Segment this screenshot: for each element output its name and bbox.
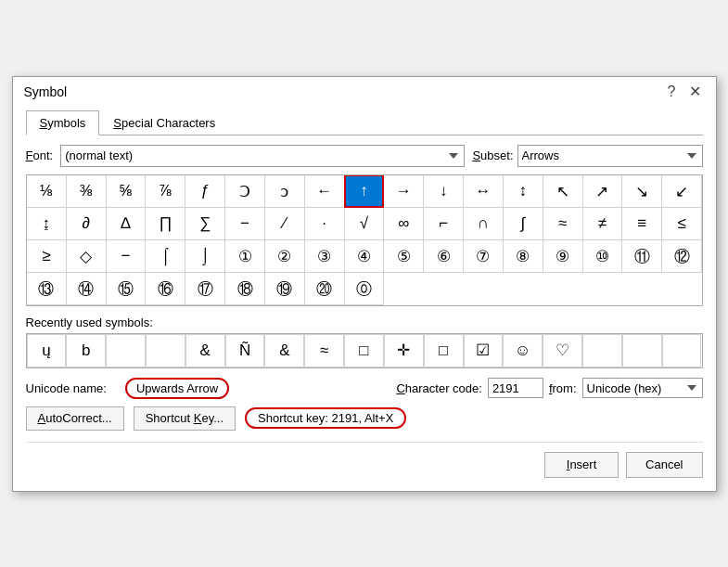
recently-used-cell[interactable]: [146, 334, 185, 367]
from-select[interactable]: Unicode (hex): [582, 378, 703, 398]
recently-used-cell[interactable]: &: [264, 334, 304, 367]
symbol-cell[interactable]: ≈: [543, 207, 583, 240]
recently-used-cell[interactable]: ☺: [503, 334, 543, 367]
symbol-cell[interactable]: ⑦: [463, 239, 504, 273]
symbol-cell[interactable]: ⑨: [543, 239, 583, 273]
symbol-cell[interactable]: ①: [224, 239, 265, 273]
symbol-cell[interactable]: ⑪: [621, 239, 662, 273]
symbol-cell[interactable]: ⑤: [383, 239, 424, 273]
symbol-cell[interactable]: ∆: [106, 207, 147, 240]
symbol-cell[interactable]: ⑫: [661, 239, 702, 273]
symbol-cell[interactable]: ⌐: [423, 207, 464, 240]
symbol-cell[interactable]: ⑮: [106, 272, 147, 305]
char-code-input[interactable]: [488, 378, 543, 398]
symbol-cell[interactable]: ∂: [66, 207, 107, 240]
recently-used-cell[interactable]: ♡: [543, 334, 582, 367]
symbol-cell[interactable]: ⑬: [26, 272, 67, 305]
symbol-cell[interactable]: ∩: [463, 207, 504, 240]
shortcut-key-button[interactable]: Shortcut Key...: [134, 406, 236, 431]
symbol-cell[interactable]: ∑: [185, 207, 225, 240]
symbol-cell[interactable]: →: [383, 174, 424, 208]
symbol-cell[interactable]: ⌡: [185, 239, 225, 273]
symbol-cell[interactable]: ⑱: [224, 272, 265, 305]
recently-used-label: Recently used symbols:: [26, 316, 703, 329]
symbol-cell[interactable]: ⑰: [185, 272, 225, 305]
symbol-cell[interactable]: ↙: [661, 174, 702, 208]
symbol-cell[interactable]: ∫: [503, 207, 543, 240]
recently-used-cell[interactable]: ✛: [384, 334, 424, 367]
symbol-cell[interactable]: ⓪: [344, 272, 385, 305]
symbol-cell[interactable]: ⌠: [145, 239, 185, 273]
symbol-cell[interactable]: −: [224, 207, 265, 240]
symbol-cell[interactable]: ◇: [66, 239, 107, 273]
symbol-cell[interactable]: ④: [344, 239, 385, 273]
symbol-cell[interactable]: Ɔ: [224, 174, 265, 208]
symbol-cell[interactable]: ↘: [621, 174, 662, 208]
tab-symbols-label: Symbols: [40, 116, 86, 130]
unicode-name-label: Unicode name:: [26, 381, 107, 395]
recently-used-cell[interactable]: b: [66, 334, 106, 367]
recently-used-cell[interactable]: [622, 334, 662, 367]
symbol-grid-container: ⅛⅜⅝⅞ƒƆɔ←↑→↓↔↕↖↗↘↙↨∂∆∏∑−∕·√∞⌐∩∫≈≠≡≤≥◇−⌠⌡①…: [26, 174, 703, 306]
symbol-cell[interactable]: ⑭: [66, 272, 107, 305]
symbol-cell[interactable]: ⅛: [26, 174, 67, 208]
symbol-cell[interactable]: √: [344, 207, 385, 240]
symbol-cell[interactable]: ↓: [423, 174, 464, 208]
symbol-cell[interactable]: ⑯: [145, 272, 185, 305]
recently-used-cell[interactable]: [582, 334, 622, 367]
symbol-dialog: Symbol ? ✕ Symbols Special Characters Fo…: [12, 76, 717, 492]
title-bar: Symbol ? ✕: [13, 77, 716, 103]
symbol-cell[interactable]: ↖: [543, 174, 583, 208]
symbol-cell[interactable]: ≥: [26, 239, 67, 273]
symbol-cell[interactable]: ↨: [26, 207, 67, 240]
symbol-cell[interactable]: −: [106, 239, 147, 273]
recently-used-cell[interactable]: ų: [27, 334, 67, 367]
symbol-cell[interactable]: ⑩: [582, 239, 623, 273]
symbol-cell[interactable]: ③: [304, 239, 345, 273]
symbol-cell[interactable]: ∕: [264, 207, 305, 240]
symbol-cell[interactable]: ②: [264, 239, 305, 273]
symbol-cell[interactable]: ⑥: [423, 239, 464, 273]
recently-used-cell[interactable]: Ñ: [225, 334, 265, 367]
recently-used-cell[interactable]: □: [424, 334, 464, 367]
font-select[interactable]: (normal text): [60, 145, 465, 167]
symbol-cell[interactable]: ≠: [582, 207, 623, 240]
char-code-label: Character code:: [396, 381, 482, 395]
help-button[interactable]: ?: [664, 84, 680, 99]
recently-used-cell[interactable]: [662, 334, 702, 367]
symbol-cell[interactable]: ⅞: [145, 174, 185, 208]
symbol-cell[interactable]: ⅜: [66, 174, 107, 208]
symbol-cell[interactable]: ↑: [344, 174, 385, 208]
symbol-cell[interactable]: ⑲: [264, 272, 305, 305]
recently-used-cell[interactable]: &: [185, 334, 225, 367]
symbol-cell[interactable]: ∏: [145, 207, 185, 240]
tab-symbols[interactable]: Symbols: [26, 110, 100, 135]
autocorrect-button[interactable]: AutoCorrect...: [26, 406, 124, 431]
symbol-cell[interactable]: ↔: [463, 174, 504, 208]
symbol-cell[interactable]: ⑧: [503, 239, 543, 273]
symbol-cell[interactable]: ⅝: [106, 174, 147, 208]
close-button[interactable]: ✕: [685, 84, 705, 99]
symbol-cell[interactable]: ƒ: [185, 174, 225, 208]
symbol-cell[interactable]: ·: [304, 207, 345, 240]
tab-special-characters[interactable]: Special Characters: [99, 110, 229, 135]
subset-select[interactable]: Arrows: [517, 145, 703, 167]
symbol-cell[interactable]: ∞: [383, 207, 424, 240]
subset-label: Subset:: [472, 148, 513, 162]
symbol-cell[interactable]: ↗: [582, 174, 623, 208]
symbol-cell[interactable]: ⑳: [304, 272, 345, 305]
cancel-button[interactable]: Cancel: [626, 452, 702, 478]
symbol-cell[interactable]: ←: [304, 174, 345, 208]
symbol-cell[interactable]: ɔ: [264, 174, 305, 208]
font-label: Font:: [26, 148, 54, 162]
symbol-cell[interactable]: ≡: [621, 207, 662, 240]
recently-used-cell[interactable]: [106, 334, 146, 367]
symbol-cell[interactable]: ↕: [503, 174, 543, 208]
insert-button[interactable]: Insert: [544, 452, 619, 478]
recently-used-cell[interactable]: □: [344, 334, 384, 367]
symbol-cell[interactable]: ≤: [661, 207, 702, 240]
symbol-grid: ⅛⅜⅝⅞ƒƆɔ←↑→↓↔↕↖↗↘↙↨∂∆∏∑−∕·√∞⌐∩∫≈≠≡≤≥◇−⌠⌡①…: [27, 175, 702, 305]
recently-used-cell[interactable]: ≈: [304, 334, 344, 367]
recently-used-cell[interactable]: ☑: [464, 334, 504, 367]
dialog-title: Symbol: [24, 84, 68, 99]
